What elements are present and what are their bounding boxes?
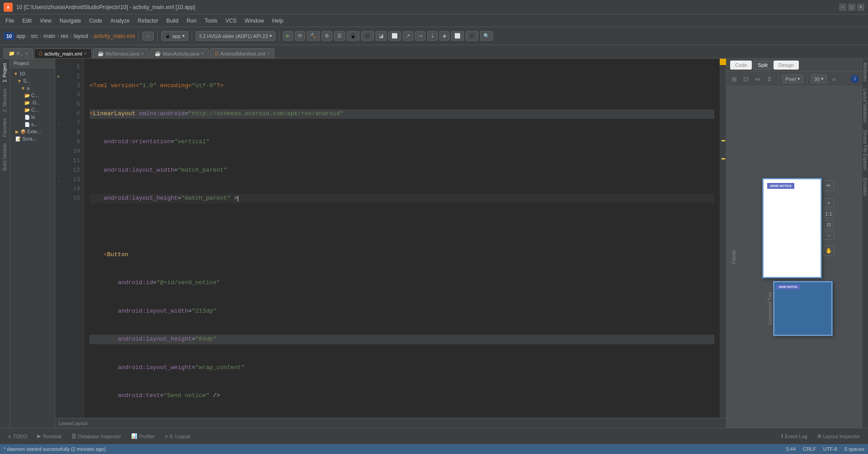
- gutter-13[interactable]: ⌄: [55, 175, 62, 185]
- view-mode-split[interactable]: Split: [753, 61, 772, 70]
- gutter-2[interactable]: ▶: [55, 72, 62, 81]
- menu-navigate[interactable]: Navigate: [56, 17, 85, 25]
- attr-tab-emulator[interactable]: Emulator: [861, 174, 868, 200]
- avd-button[interactable]: 📱: [347, 31, 359, 41]
- back-button[interactable]: ←: [142, 32, 154, 41]
- tree-src[interactable]: ▼ S...: [12, 77, 53, 84]
- toolbar-btn-12[interactable]: ◈: [439, 31, 449, 41]
- vtab-favorites[interactable]: Favorites: [1, 116, 9, 140]
- menu-file[interactable]: File: [2, 17, 18, 25]
- tab-manifest[interactable]: ⟨⟩ AndroidManifest.xml ×: [210, 48, 275, 58]
- pixel-selector[interactable]: Pixel ▾: [782, 75, 803, 83]
- toolbar-btn-9[interactable]: ↗: [403, 31, 413, 41]
- toolbar-btn-7[interactable]: ◪: [376, 31, 387, 41]
- breadcrumb-app[interactable]: app: [16, 33, 25, 39]
- menu-build[interactable]: Build: [163, 17, 182, 25]
- toolbar-btn-11[interactable]: ⇣: [427, 31, 438, 41]
- window-controls[interactable]: − □ ×: [839, 4, 864, 11]
- view-mode-design[interactable]: Design: [774, 61, 799, 70]
- toolbar-btn-10[interactable]: ⇢: [415, 31, 425, 41]
- attr-tab-device[interactable]: Device File Explorer: [861, 126, 868, 174]
- tree-file4[interactable]: 📄 lo: [12, 113, 53, 121]
- zoom-out-btn[interactable]: −: [823, 231, 834, 240]
- code-content[interactable]: <?xml version="1.0" encoding="utf-8"?> <…: [84, 59, 720, 418]
- tree-file5[interactable]: 📄 s...: [12, 121, 53, 128]
- bottom-tab-terminal[interactable]: ▶ Terminal: [33, 431, 66, 441]
- tree-scratch[interactable]: 📝 Scra...: [12, 135, 53, 142]
- view-mode-code[interactable]: Code: [730, 61, 752, 70]
- menu-code[interactable]: Code: [85, 17, 106, 25]
- code-area[interactable]: ▶ ⌄ ⌄ 1 2 3 4 5: [55, 59, 726, 418]
- settings-button[interactable]: ⚙: [321, 31, 332, 41]
- vtab-build[interactable]: Build Variants: [1, 140, 9, 173]
- menu-analyze[interactable]: Analyze: [107, 17, 133, 25]
- sdk-button[interactable]: ☰: [334, 31, 345, 41]
- toolbar-btn-8[interactable]: ⬜: [388, 31, 401, 41]
- run-button[interactable]: ▶: [283, 31, 293, 41]
- menu-refactor[interactable]: Refactor: [134, 17, 162, 25]
- bottom-tab-layout-inspector[interactable]: ⊞ Layout Inspector: [813, 431, 864, 441]
- menu-view[interactable]: View: [36, 17, 55, 25]
- device-config-selector[interactable]: 3.2 HVGA slider (ADP1) API 23 ▾: [196, 31, 275, 41]
- bottom-tab-todo[interactable]: ≡ TODO: [4, 432, 32, 441]
- device-selector[interactable]: 📱 app ▾: [161, 31, 188, 41]
- vtab-project[interactable]: 1: Project: [1, 61, 9, 85]
- attr-tab-layout[interactable]: Layout Validation: [861, 85, 868, 126]
- menu-edit[interactable]: Edit: [19, 17, 35, 25]
- tab-activity-main[interactable]: ⟨⟩ activity_main.xml ×: [34, 48, 92, 58]
- menu-window[interactable]: Window: [241, 17, 268, 25]
- gutter-7[interactable]: ⌄: [55, 119, 62, 128]
- toolbar-btn-13[interactable]: ⬜: [451, 31, 464, 41]
- menu-help[interactable]: Help: [269, 17, 287, 25]
- bottom-tab-profiler[interactable]: 📊 Profiler: [127, 431, 160, 441]
- tab-myservice[interactable]: ☕ MyService.java ×: [93, 48, 149, 58]
- palette-vertical-tab[interactable]: Palette: [730, 246, 738, 267]
- attr-tab-attributes[interactable]: Attributes: [861, 59, 868, 85]
- zoom-display[interactable]: 30 ▾: [811, 75, 827, 83]
- breadcrumb-src[interactable]: src: [31, 33, 38, 39]
- menu-tools[interactable]: Tools: [201, 17, 221, 25]
- tree-file1[interactable]: 📂 C...: [12, 92, 53, 99]
- tree-file3[interactable]: 📂 C...: [12, 106, 53, 113]
- minimize-button[interactable]: −: [839, 4, 846, 11]
- close-button[interactable]: ×: [857, 4, 864, 11]
- tab-project[interactable]: 📁 P... ×: [4, 48, 33, 58]
- design-preview[interactable]: Palette SEND NOTICE ✏ +: [726, 86, 862, 428]
- rotate-btn[interactable]: ✏: [823, 180, 834, 191]
- tab-myservice-close[interactable]: ×: [141, 51, 144, 56]
- sync-button[interactable]: ⟳: [295, 31, 305, 41]
- mirror-h-btn[interactable]: ⇔: [753, 74, 763, 84]
- toolbar-btn-6[interactable]: ⬛: [361, 31, 374, 41]
- tree-file2[interactable]: 📂 .G...: [12, 99, 53, 106]
- component-tree-btn[interactable]: ⊡: [741, 74, 751, 84]
- tree-app[interactable]: ▼ a: [12, 84, 53, 92]
- menu-vcs[interactable]: VCS: [222, 17, 241, 25]
- build-button[interactable]: 🔨: [307, 31, 320, 41]
- zoom-reset-btn[interactable]: 1:1: [823, 209, 834, 218]
- tab-mainactivity[interactable]: ☕ MainActivity.java ×: [150, 48, 209, 58]
- tab-mainactivity-close[interactable]: ×: [201, 51, 204, 56]
- breadcrumb-res[interactable]: res: [61, 33, 68, 39]
- breadcrumb-file[interactable]: activity_main.xml: [94, 33, 135, 39]
- palette-toggle-btn[interactable]: ⊞: [729, 74, 739, 84]
- search-button[interactable]: 🔍: [480, 31, 493, 41]
- tab-project-close[interactable]: ×: [25, 51, 28, 56]
- info-btn[interactable]: i: [851, 75, 859, 83]
- menu-run[interactable]: Run: [183, 17, 200, 25]
- zoom-in-btn[interactable]: +: [823, 198, 834, 207]
- breadcrumb-layout[interactable]: layout: [74, 33, 88, 39]
- bottom-tab-database[interactable]: 🗄 Database Inspector: [67, 432, 126, 441]
- tab-manifest-close[interactable]: ×: [267, 51, 270, 56]
- breadcrumb-main[interactable]: main: [43, 33, 55, 39]
- more-options-btn[interactable]: »: [829, 74, 839, 84]
- bottom-tab-logcat[interactable]: ≡ 6: Logcat: [160, 432, 195, 441]
- bottom-tab-event-log[interactable]: ℹ Event Log: [777, 431, 812, 441]
- tab-activity-close[interactable]: ×: [84, 51, 87, 56]
- toolbar-btn-14[interactable]: ⬛: [466, 31, 478, 41]
- hand-btn[interactable]: ✋: [823, 245, 834, 256]
- tree-external[interactable]: ▶ 📦 Exte...: [12, 128, 53, 135]
- maximize-button[interactable]: □: [848, 4, 855, 11]
- mirror-v-btn[interactable]: ⇕: [764, 74, 774, 84]
- zoom-fit-btn[interactable]: ⊡: [823, 220, 834, 229]
- tree-root[interactable]: ▼ 10: [12, 70, 53, 77]
